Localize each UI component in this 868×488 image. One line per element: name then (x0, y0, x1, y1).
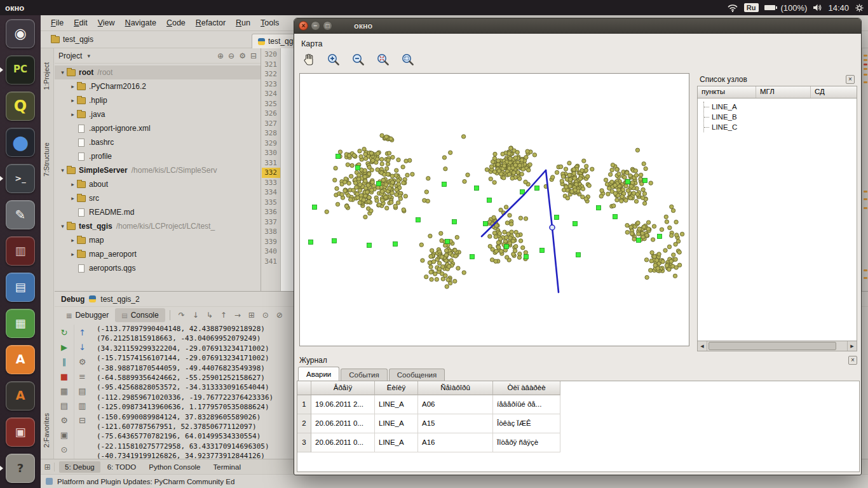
journal-column-2[interactable]: Ëèíèÿ (375, 381, 418, 395)
pause-icon[interactable]: ‖ (58, 356, 71, 368)
nodes-column-2[interactable]: МГЛ (756, 86, 811, 98)
project-tree-item[interactable]: ▸.java (55, 107, 261, 121)
debug-tab-debugger[interactable]: ▦Debugger (60, 308, 115, 322)
clock[interactable]: 14:40 (828, 3, 849, 13)
project-tree-item[interactable]: ▸map_aeroport (55, 247, 261, 261)
journal-tab-аварии[interactable]: Аварии (298, 367, 339, 381)
toolwindow-tab-terminal[interactable]: Terminal (207, 461, 246, 473)
error-stripe-mark[interactable] (864, 198, 867, 200)
tree-collapsed-icon[interactable]: ▸ (69, 195, 77, 201)
collapse-all-icon[interactable]: ⊖ (228, 51, 234, 60)
journal-cell[interactable]: LINE_A (375, 395, 418, 414)
stripe-tab-favorites[interactable]: 2:Favorites (43, 413, 50, 447)
menu-code[interactable]: Code (161, 17, 191, 29)
menu-refactor[interactable]: Refactor (191, 17, 231, 29)
menu-run[interactable]: Run (231, 17, 255, 29)
project-tree-item[interactable]: ▸.PyCharm2016.2 (55, 79, 261, 93)
journal-cell[interactable]: A15 (418, 414, 493, 433)
settings-icon[interactable]: ⚙ (76, 356, 89, 368)
journal-cell[interactable]: íåâåðíûé ðå... (493, 395, 560, 414)
error-stripe-mark[interactable] (864, 269, 867, 271)
gear-icon[interactable]: ⚙ (239, 51, 246, 60)
journal-cell[interactable]: LINE_A (375, 414, 418, 433)
error-stripe-mark[interactable] (864, 207, 867, 209)
project-tree-item[interactable]: ▾root/root (55, 65, 261, 79)
step-out-icon[interactable]: ↑ (217, 309, 231, 322)
journal-column-3[interactable]: Ñåìàôîðû (418, 381, 493, 395)
launcher-lo-calc[interactable]: ▦ (0, 305, 41, 341)
step-breakpoints-icon[interactable]: ⊙ (259, 309, 273, 322)
error-stripe-mark[interactable] (864, 68, 867, 70)
node-item-line_a[interactable]: LINE_A (704, 102, 857, 112)
nodes-column-3[interactable]: СД (811, 86, 857, 98)
tree-collapsed-icon[interactable]: ▸ (69, 251, 77, 257)
scroll-left-icon[interactable]: ◀ (698, 341, 707, 351)
dock-close-icon[interactable]: × (848, 356, 857, 365)
toolwindow-tab-debug[interactable]: 5: Debug (59, 461, 100, 473)
journal-tab-события[interactable]: События (341, 369, 387, 381)
launcher-dash-home[interactable]: ◉ (0, 15, 41, 51)
battery-icon[interactable] (764, 5, 775, 10)
scroll-right-icon[interactable]: ▶ (847, 341, 857, 351)
project-tree-item[interactable]: ▸.hplip (55, 93, 261, 107)
toolwindow-tab-pythonconsole[interactable]: Python Console (143, 461, 206, 473)
breadcrumb[interactable]: test_qgis (51, 35, 93, 44)
menu-navigate[interactable]: Navigate (120, 17, 161, 29)
project-tree-item[interactable]: aeroports.qgs (55, 261, 261, 275)
hide-panel-icon[interactable]: ⊟ (250, 51, 257, 60)
error-stripe-mark[interactable] (864, 64, 867, 65)
step-mute-icon[interactable]: ⊘ (273, 309, 287, 322)
zoom-full-tool-button[interactable] (374, 50, 393, 69)
error-stripe-mark[interactable] (864, 277, 867, 279)
close-icon[interactable]: ⊟ (76, 414, 89, 426)
project-tree-item[interactable]: ▾test_qgis/home/kis/LCProject/LC/test_ (55, 219, 261, 233)
launcher-terminal[interactable]: >_ (0, 160, 41, 196)
error-stripe[interactable] (862, 48, 868, 291)
breakpoints-icon[interactable]: ⊙ (58, 444, 71, 456)
settings-icon[interactable]: ⚙ (58, 414, 71, 426)
zoom-out-tool-button[interactable] (349, 50, 368, 69)
node-item-line_b[interactable]: LINE_B (704, 112, 857, 122)
node-item-line_c[interactable]: LINE_C (704, 122, 857, 132)
tree-expanded-icon[interactable]: ▾ (58, 167, 67, 173)
step-over-icon[interactable]: ↷ (175, 309, 189, 322)
minimize-button[interactable]: − (311, 21, 320, 30)
launcher-system-sphere[interactable]: ● (0, 124, 41, 160)
journal-cell[interactable]: 20.06.2011 0... (311, 414, 375, 433)
nodes-column-1[interactable]: пункты (698, 86, 756, 98)
tree-collapsed-icon[interactable]: ▸ (69, 97, 77, 104)
launcher-archive-box[interactable]: ▣ (0, 414, 41, 450)
tree-collapsed-icon[interactable]: ▸ (69, 83, 77, 90)
project-tree-item[interactable]: .apport-ignore.xml (55, 121, 261, 135)
status-message[interactable]: Platform and Plugin Updates: PyCharm Com… (57, 478, 234, 485)
tree-expanded-icon[interactable]: ▾ (58, 223, 67, 229)
project-tree-item[interactable]: README.md (55, 205, 261, 219)
menu-edit[interactable]: Edit (69, 17, 93, 29)
menu-view[interactable]: View (93, 17, 120, 29)
map-canvas[interactable] (299, 73, 689, 346)
tree-collapsed-icon[interactable]: ▸ (69, 181, 77, 187)
project-panel-title[interactable]: Project (58, 51, 82, 60)
project-tree-item[interactable]: ▸src (55, 191, 261, 205)
okno-titlebar[interactable]: × − □ окно (294, 18, 861, 34)
scrollbar-thumb[interactable] (709, 342, 836, 350)
project-tree-item[interactable]: .profile (55, 149, 261, 163)
pan-tool-button[interactable] (299, 50, 318, 69)
launcher-package-tool[interactable]: ▥ (0, 233, 41, 269)
stripe-tab-project[interactable]: 1:Project (43, 62, 50, 90)
volume-icon[interactable] (813, 3, 822, 12)
launcher-qgis[interactable]: Q (0, 88, 41, 124)
horizontal-scrollbar[interactable]: ◀ ▶ (697, 341, 857, 351)
journal-cell[interactable]: A06 (418, 395, 493, 414)
resume-icon[interactable]: ▶ (58, 341, 71, 353)
project-tree-item[interactable]: ▾SimpleServer/home/kis/LC/SimpleServ (55, 163, 261, 177)
print-icon[interactable]: ▥ (76, 400, 89, 412)
debug-tab-console[interactable]: ▤Console (115, 308, 165, 322)
error-stripe-mark[interactable] (864, 191, 867, 193)
rerun-icon[interactable]: ↻ (58, 327, 71, 339)
wifi-icon[interactable] (727, 4, 738, 12)
keyboard-layout-indicator[interactable]: Ru (744, 3, 759, 12)
journal-cell[interactable]: Ïîòåðÿ ñâÿçè (493, 433, 560, 452)
stop-icon[interactable]: ■ (58, 370, 71, 383)
project-tree-item[interactable]: ▸about (55, 177, 261, 191)
